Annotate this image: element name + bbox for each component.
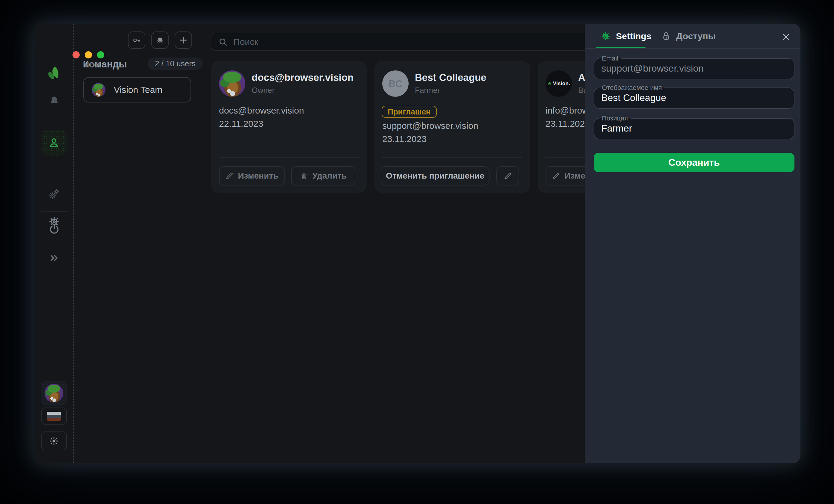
plus-icon	[178, 35, 189, 45]
tab-access[interactable]: Доступы	[661, 24, 716, 49]
zoom-traffic-light[interactable]	[97, 51, 104, 59]
expand-sidebar-chevrons-icon[interactable]	[35, 252, 74, 264]
notifications-bell-icon[interactable]	[35, 95, 74, 107]
app-logo-icon	[35, 65, 74, 84]
my-teams-label: МОИ	[83, 61, 101, 69]
member-avatar-logo: Vision.	[546, 70, 572, 97]
invited-status-badge: Приглашен	[382, 106, 437, 118]
gear-icon	[600, 31, 611, 42]
member-email: docs@browser.vision	[219, 106, 304, 116]
minimize-traffic-light[interactable]	[85, 51, 92, 59]
email-field-label: Email	[599, 54, 621, 62]
api-keys-button[interactable]	[128, 31, 145, 49]
gear-icon	[155, 35, 165, 45]
member-avatar	[219, 70, 245, 97]
team-name: Vision Team	[114, 85, 162, 95]
key-icon	[132, 35, 141, 45]
tab-settings[interactable]: Settings	[600, 24, 651, 49]
email-field: Email	[594, 54, 794, 80]
member-email: support@browser.vision	[382, 121, 478, 131]
russian-flag-icon	[47, 412, 61, 421]
pencil-icon	[504, 172, 512, 180]
edit-member-button[interactable]: Изменить	[219, 166, 285, 185]
lock-icon	[661, 31, 671, 41]
position-input[interactable]	[594, 122, 794, 134]
close-traffic-light[interactable]	[72, 51, 80, 59]
member-name: docs@browser.vision	[251, 72, 353, 83]
email-input[interactable]	[594, 62, 794, 74]
member-date: 22.11.2023	[219, 119, 263, 129]
member-card: BC Best Colleague Farmer Приглашен suppo…	[374, 61, 530, 193]
power-icon[interactable]	[35, 223, 74, 236]
cancel-invitation-button[interactable]: Отменить приглашение	[381, 166, 489, 185]
member-date: 23.11.2023	[382, 134, 426, 144]
avatar	[45, 384, 63, 402]
member-date: 23.11.2023	[546, 119, 590, 129]
desktop-background: Команды	[0, 0, 834, 504]
member-avatar-initials: BC	[382, 70, 409, 97]
tab-label: Settings	[616, 31, 651, 41]
add-member-button[interactable]	[175, 31, 192, 49]
vision-leaf-icon	[547, 81, 552, 86]
search-icon	[218, 37, 228, 47]
sidebar-item-teams[interactable]	[41, 130, 67, 155]
sidebar	[35, 24, 74, 463]
member-card: docs@browser.vision Owner docs@browser.v…	[211, 61, 367, 193]
position-field: Позиция	[594, 114, 794, 139]
users-quota-badge: 2 / 10 users	[148, 58, 203, 70]
team-avatar	[92, 83, 106, 97]
tabs-divider	[585, 48, 800, 49]
edit-member-button[interactable]	[497, 166, 519, 185]
save-button[interactable]: Сохранить	[594, 153, 794, 172]
position-field-label: Позиция	[599, 114, 631, 122]
member-name: Best Colleague	[415, 72, 486, 83]
panel-tabs: Settings Доступы	[585, 24, 800, 49]
profile-avatar-button[interactable]	[41, 380, 67, 406]
trash-icon	[300, 172, 308, 180]
display-name-field: Отображаемое имя	[594, 84, 794, 109]
card-divider	[382, 157, 522, 158]
close-panel-button[interactable]	[780, 30, 793, 43]
app-window: Команды	[35, 24, 800, 463]
team-list-item[interactable]: Vision Team	[83, 77, 191, 103]
sidebar-divider	[41, 211, 67, 212]
sun-icon	[48, 436, 59, 446]
person-icon	[47, 136, 61, 150]
pencil-icon	[552, 172, 560, 180]
language-flag-button[interactable]	[41, 408, 67, 424]
delete-member-button[interactable]: Удалить	[291, 166, 355, 185]
member-role: Farmer	[415, 86, 440, 95]
team-settings-button[interactable]	[151, 31, 169, 49]
member-role: Owner	[251, 86, 275, 95]
tab-label: Доступы	[676, 31, 716, 41]
pencil-icon	[225, 172, 234, 180]
display-name-input[interactable]	[594, 92, 794, 103]
card-divider	[219, 157, 359, 158]
theme-brightness-button[interactable]	[41, 432, 67, 451]
close-icon	[782, 32, 791, 41]
automation-gears-icon[interactable]	[35, 188, 74, 201]
member-settings-panel: Settings Доступы	[585, 24, 800, 463]
display-name-field-label: Отображаемое имя	[599, 84, 664, 92]
